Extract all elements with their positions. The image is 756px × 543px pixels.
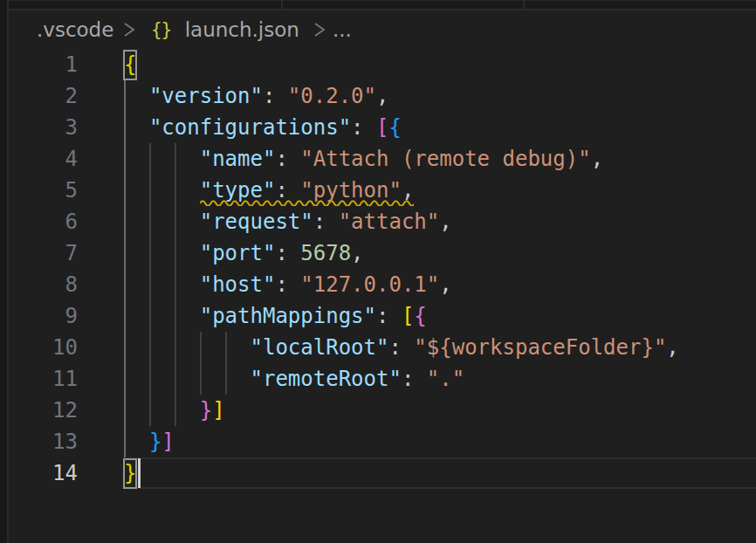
breadcrumb: .vscode {} launch.json ... xyxy=(9,10,756,49)
code-line-10: "localRoot": "${workspaceFolder}", xyxy=(124,332,679,363)
code-line-4: "name": "Attach (remote debug)", xyxy=(124,143,603,175)
tab-bar[interactable] xyxy=(9,0,756,9)
chevron-right-icon xyxy=(121,19,137,40)
bracket-match-box xyxy=(123,50,137,81)
json-braces-icon: {} xyxy=(151,19,171,40)
line-number: 11 xyxy=(9,363,78,395)
line-number: 3 xyxy=(9,112,78,143)
line-number: 13 xyxy=(9,426,78,457)
code-line-13: }] xyxy=(124,426,175,457)
tab-separator-2 xyxy=(523,0,525,9)
code-line-9: "pathMappings": [{ xyxy=(124,300,427,332)
code-line-6: "request": "attach", xyxy=(124,206,452,237)
line-number: 5 xyxy=(9,175,78,206)
code-line-11: "remoteRoot": "." xyxy=(124,363,464,395)
vscode-window: .vscode {} launch.json ... 1234567891011… xyxy=(0,0,756,543)
tab-bar-top-border xyxy=(9,0,756,1)
line-number: 2 xyxy=(9,80,78,112)
line-number: 12 xyxy=(9,395,78,426)
warning-squiggle xyxy=(200,198,415,206)
line-number: 8 xyxy=(9,269,78,300)
bracket-match-box xyxy=(123,458,137,490)
line-number: 1 xyxy=(9,49,78,80)
line-number: 9 xyxy=(9,300,78,332)
sidebar-edge xyxy=(0,0,7,543)
code-line-8: "host": "127.0.0.1", xyxy=(124,269,452,300)
breadcrumb-file[interactable]: launch.json xyxy=(185,18,299,41)
code-line-12: }] xyxy=(124,395,225,426)
line-number: 6 xyxy=(9,206,78,237)
current-line-highlight xyxy=(124,457,756,489)
breadcrumb-folder[interactable]: .vscode xyxy=(37,18,113,41)
code-line-3: "configurations": [{ xyxy=(124,112,402,143)
code-editor[interactable]: 1234567891011121314 { "version": "0.2.0"… xyxy=(9,49,756,543)
line-number: 7 xyxy=(9,237,78,269)
chevron-right-icon xyxy=(312,19,327,40)
text-cursor xyxy=(138,458,141,488)
code-line-7: "port": 5678, xyxy=(124,237,364,269)
tab-separator-1 xyxy=(281,0,283,9)
code-line-2: "version": "0.2.0", xyxy=(124,80,388,112)
line-number: 10 xyxy=(9,332,78,363)
breadcrumb-symbol-ellipsis[interactable]: ... xyxy=(333,18,352,41)
line-number: 14 xyxy=(9,457,78,489)
line-number: 4 xyxy=(9,143,78,175)
